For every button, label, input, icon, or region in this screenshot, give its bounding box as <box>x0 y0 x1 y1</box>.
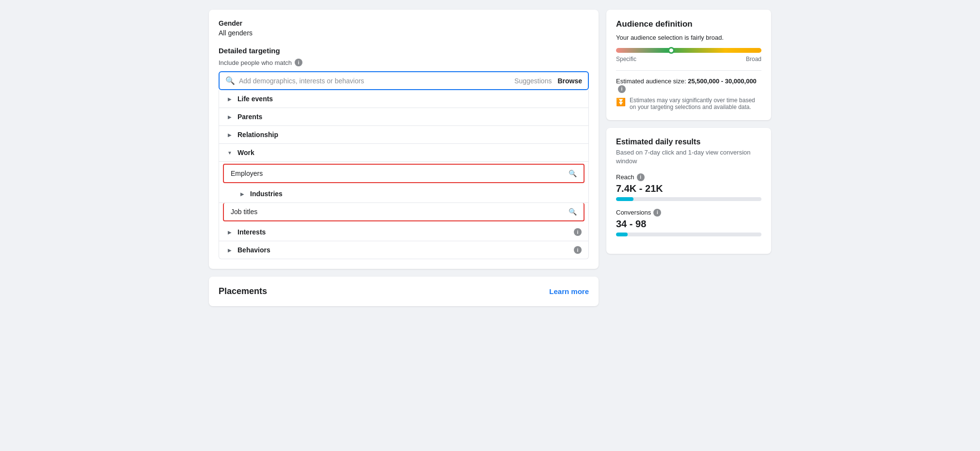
reach-bar <box>616 197 761 201</box>
detailed-targeting-section: Detailed targeting Include people who ma… <box>219 47 589 259</box>
work-chevron <box>226 149 234 156</box>
placements-section: Placements Learn more <box>209 277 599 306</box>
behaviors-item[interactable]: Behaviors i <box>219 241 588 259</box>
job-titles-label: Job titles <box>231 208 569 216</box>
industries-item[interactable]: Industries <box>219 185 588 203</box>
estimates-note: ⏬ Estimates may vary significantly over … <box>616 97 761 110</box>
audience-size-info-icon[interactable]: i <box>618 85 626 93</box>
search-browse-button[interactable]: Browse <box>557 77 582 85</box>
daily-results-card: Estimated daily results Based on 7-day c… <box>606 128 771 254</box>
job-titles-search-icon: 🔍 <box>569 208 577 216</box>
gender-value: All genders <box>219 29 589 37</box>
audience-size-label: Estimated audience size: <box>616 78 686 85</box>
search-icon: 🔍 <box>225 76 235 85</box>
audience-gauge-bar <box>616 48 761 53</box>
right-panel: Audience definition Your audience select… <box>606 10 771 306</box>
work-section: Work Employers 🔍 Industries <box>219 144 588 221</box>
interests-item[interactable]: Interests i <box>219 223 588 241</box>
behaviors-chevron <box>226 246 234 254</box>
employers-item[interactable]: Employers 🔍 <box>223 164 585 183</box>
include-people-row: Include people who match i <box>219 59 589 66</box>
category-list: Life events Parents Relationship <box>219 90 589 259</box>
interests-label: Interests <box>237 228 574 236</box>
daily-results-subtitle: Based on 7-day click and 1-day view conv… <box>616 148 761 166</box>
daily-results-title: Estimated daily results <box>616 138 761 146</box>
reach-label-text: Reach <box>616 173 634 181</box>
estimates-icon: ⏬ <box>616 97 626 107</box>
gauge-label-broad: Broad <box>746 56 761 62</box>
parents-label: Parents <box>237 113 582 121</box>
employers-label: Employers <box>231 170 569 177</box>
life-events-label: Life events <box>237 95 582 103</box>
gender-label: Gender <box>219 19 589 27</box>
gender-section: Gender All genders <box>219 19 589 37</box>
placements-title: Placements <box>219 286 267 296</box>
conversions-value: 34 - 98 <box>616 218 761 230</box>
parents-chevron <box>226 113 234 121</box>
job-titles-item[interactable]: Job titles 🔍 <box>223 203 585 221</box>
include-info-icon[interactable]: i <box>295 59 302 66</box>
audience-divider <box>616 70 761 71</box>
search-suggestions-label: Suggestions <box>514 77 552 85</box>
conversions-bar <box>616 233 761 236</box>
reach-label: Reach i <box>616 173 761 181</box>
gauge-label-specific: Specific <box>616 56 636 62</box>
relationship-label: Relationship <box>237 131 582 139</box>
audience-definition-card: Audience definition Your audience select… <box>606 10 771 120</box>
life-events-item[interactable]: Life events <box>219 90 588 108</box>
relationship-chevron <box>226 131 234 139</box>
interests-info-icon[interactable]: i <box>574 228 582 236</box>
reach-bar-fill <box>616 197 633 201</box>
conversions-label: Conversions i <box>616 209 761 217</box>
industries-chevron <box>238 190 246 198</box>
gauge-labels: Specific Broad <box>616 56 761 62</box>
parents-item[interactable]: Parents <box>219 108 588 126</box>
audience-definition-subtitle: Your audience selection is fairly broad. <box>616 34 761 41</box>
industries-label: Industries <box>250 190 582 198</box>
conversions-label-text: Conversions <box>616 209 651 216</box>
estimates-note-text: Estimates may vary significantly over ti… <box>630 97 761 110</box>
reach-value: 7.4K - 21K <box>616 183 761 194</box>
conversions-bar-fill <box>616 233 628 236</box>
audience-definition-title: Audience definition <box>616 19 761 29</box>
audience-size-text: Estimated audience size: 25,500,000 - 30… <box>616 78 761 93</box>
include-people-label: Include people who match <box>219 59 292 66</box>
detailed-targeting-title: Detailed targeting <box>219 47 589 55</box>
reach-info-icon[interactable]: i <box>637 173 645 181</box>
life-events-chevron <box>226 95 234 103</box>
interests-chevron <box>226 228 234 236</box>
work-label: Work <box>237 149 582 156</box>
behaviors-info-icon[interactable]: i <box>574 246 582 254</box>
audience-size-value: 25,500,000 - 30,000,000 <box>688 78 757 85</box>
targeting-search-box[interactable]: 🔍 Add demographics, interests or behavio… <box>219 71 589 90</box>
relationship-item[interactable]: Relationship <box>219 126 588 144</box>
conversions-info-icon[interactable]: i <box>653 209 661 217</box>
learn-more-link[interactable]: Learn more <box>549 287 589 295</box>
work-item[interactable]: Work <box>219 144 588 162</box>
gauge-indicator <box>668 47 675 54</box>
behaviors-label: Behaviors <box>237 246 574 254</box>
employers-search-icon: 🔍 <box>569 170 577 177</box>
search-placeholder-text: Add demographics, interests or behaviors <box>239 77 514 85</box>
